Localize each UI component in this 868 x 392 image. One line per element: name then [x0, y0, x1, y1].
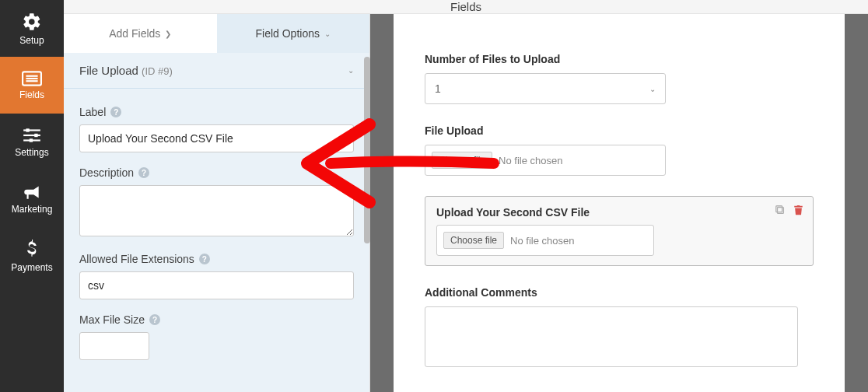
group-max-size: Max File Size ? — [79, 313, 354, 360]
sidebar-item-label: Fields — [19, 89, 44, 100]
preview-wrap: Number of Files to Upload 1 ⌄ File Uploa… — [370, 14, 868, 392]
label-input[interactable] — [79, 124, 354, 152]
field-label: Allowed File Extensions — [79, 253, 194, 265]
panel-body: Label ? Description ? Allowed File Exten… — [64, 89, 369, 392]
sidebar-item-label: Marketing — [12, 204, 53, 215]
preview-file-upload-selected: Upload Your Second CSV File Choose file … — [425, 196, 814, 266]
duplicate-icon[interactable] — [775, 205, 786, 218]
sidebar-item-marketing[interactable]: Marketing — [0, 170, 64, 227]
group-label: Label ? — [79, 106, 354, 152]
sliders-icon — [22, 127, 42, 144]
preview-comments: Additional Comments — [425, 286, 814, 369]
allowed-ext-input[interactable] — [79, 271, 354, 299]
page-title: Fields — [450, 0, 481, 13]
choose-file-button[interactable]: Choose file — [443, 232, 504, 249]
selected-field[interactable]: Upload Your Second CSV File Choose file … — [425, 196, 814, 266]
sidebar-item-label: Payments — [11, 262, 52, 273]
field-label: Max File Size — [79, 313, 145, 326]
select-value: 1 — [435, 82, 441, 95]
trash-icon[interactable] — [793, 205, 803, 218]
svg-rect-9 — [30, 138, 33, 142]
preview-file-upload-1: File Upload Choose file No file chosen — [425, 124, 814, 176]
sidebar-item-settings[interactable]: Settings — [0, 114, 64, 170]
main-area: Fields Add Fields ❯ Field Options ⌄ File… — [64, 0, 868, 392]
preview-num-files: Number of Files to Upload 1 ⌄ — [425, 53, 814, 104]
app-sidebar: Setup Fields Settings Marketing Payments — [0, 0, 64, 392]
svg-rect-8 — [34, 133, 37, 136]
comments-textarea[interactable] — [425, 306, 798, 367]
chevron-down-icon: ⌄ — [348, 66, 354, 75]
field-label: Label — [79, 106, 106, 118]
tab-add-fields[interactable]: Add Fields ❯ — [64, 14, 217, 53]
section-header[interactable]: File Upload (ID #9) ⌄ — [64, 53, 369, 89]
description-input[interactable] — [79, 185, 354, 236]
preview-label: Additional Comments — [425, 286, 814, 299]
sidebar-item-fields[interactable]: Fields — [0, 57, 64, 114]
chevron-down-icon: ⌄ — [649, 85, 656, 93]
help-icon[interactable]: ? — [138, 167, 149, 178]
preview-label: Number of Files to Upload — [425, 53, 814, 65]
content-wrap: Add Fields ❯ Field Options ⌄ File Upload… — [64, 14, 868, 392]
chevron-down-icon: ⌄ — [324, 30, 331, 38]
choose-file-button[interactable]: Choose file — [432, 152, 492, 169]
panel-scrollbar[interactable] — [364, 57, 370, 243]
help-icon[interactable]: ? — [110, 107, 121, 117]
file-status: No file chosen — [499, 155, 562, 166]
panel-tabs: Add Fields ❯ Field Options ⌄ — [64, 14, 369, 53]
svg-rect-7 — [26, 128, 29, 131]
sidebar-item-label: Settings — [15, 147, 48, 158]
field-label: Description — [79, 166, 134, 179]
num-files-select[interactable]: 1 ⌄ — [425, 73, 666, 104]
group-description: Description ? — [79, 166, 354, 239]
tab-label: Field Options — [256, 27, 320, 40]
sidebar-item-payments[interactable]: Payments — [0, 227, 64, 284]
form-preview: Number of Files to Upload 1 ⌄ File Uploa… — [394, 14, 845, 392]
max-size-input[interactable] — [79, 332, 149, 360]
file-input[interactable]: Choose file No file chosen — [425, 145, 666, 176]
dollar-icon — [25, 239, 39, 259]
help-icon[interactable]: ? — [199, 254, 210, 264]
sidebar-item-setup[interactable]: Setup — [0, 0, 64, 57]
tab-field-options[interactable]: Field Options ⌄ — [217, 14, 370, 53]
group-allowed-ext: Allowed File Extensions ? — [79, 253, 354, 299]
chevron-right-icon: ❯ — [165, 30, 171, 38]
preview-label: Upload Your Second CSV File — [436, 206, 802, 219]
file-status: No file chosen — [510, 235, 574, 247]
section-title: File Upload — [79, 64, 138, 77]
sidebar-item-label: Setup — [19, 35, 44, 46]
topbar: Fields — [64, 0, 868, 14]
options-panel: Add Fields ❯ Field Options ⌄ File Upload… — [64, 14, 370, 392]
bullhorn-icon — [22, 184, 42, 201]
file-input[interactable]: Choose file No file chosen — [436, 225, 654, 256]
preview-label: File Upload — [425, 124, 814, 137]
section-id: (ID #9) — [142, 65, 173, 77]
tab-label: Add Fields — [109, 27, 160, 40]
help-icon[interactable]: ? — [149, 314, 160, 325]
list-icon — [22, 71, 42, 86]
gear-icon — [22, 12, 42, 32]
